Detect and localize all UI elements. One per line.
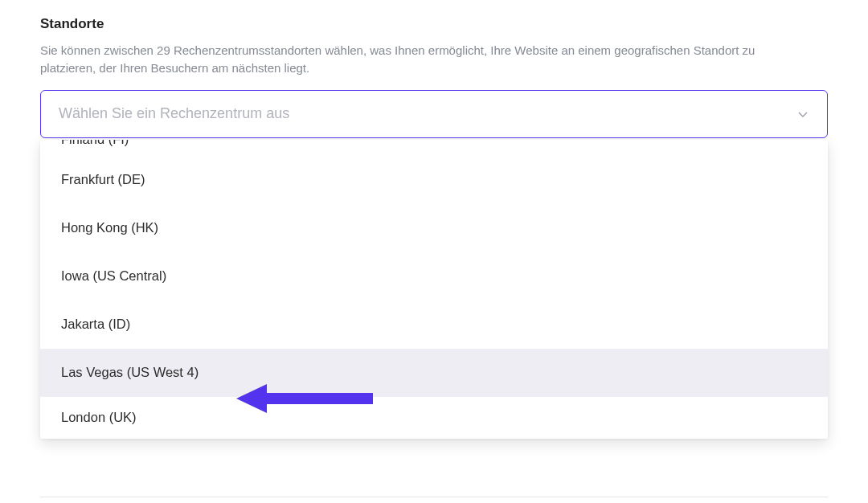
chevron-down-icon [796, 108, 809, 121]
option-label: Finland (FI) [61, 140, 129, 147]
select-placeholder: Wählen Sie ein Rechenzentrum aus [59, 105, 289, 122]
bottom-divider [40, 497, 828, 503]
option-label: Las Vegas (US West 4) [61, 365, 199, 380]
option-label: Frankfurt (DE) [61, 172, 145, 187]
option-label: Iowa (US Central) [61, 268, 166, 284]
section-description: Sie können zwischen 29 Rechenzentrumssta… [40, 42, 804, 77]
option-label: London (UK) [61, 410, 137, 425]
option-label: Hong Kong (HK) [61, 220, 158, 235]
option-las-vegas[interactable]: Las Vegas (US West 4) [40, 349, 828, 397]
section-heading: Standorte [40, 16, 828, 32]
option-finland[interactable]: Finland (FI) [40, 140, 828, 156]
option-jakarta[interactable]: Jakarta (ID) [40, 301, 828, 349]
option-iowa[interactable]: Iowa (US Central) [40, 252, 828, 301]
datacenter-select[interactable]: Wählen Sie ein Rechenzentrum aus [40, 90, 828, 138]
option-london[interactable]: London (UK) [40, 397, 828, 439]
option-hong-kong[interactable]: Hong Kong (HK) [40, 204, 828, 252]
option-label: Jakarta (ID) [61, 317, 130, 332]
datacenter-dropdown: Finland (FI) Frankfurt (DE) Hong Kong (H… [40, 140, 828, 439]
option-frankfurt[interactable]: Frankfurt (DE) [40, 156, 828, 204]
